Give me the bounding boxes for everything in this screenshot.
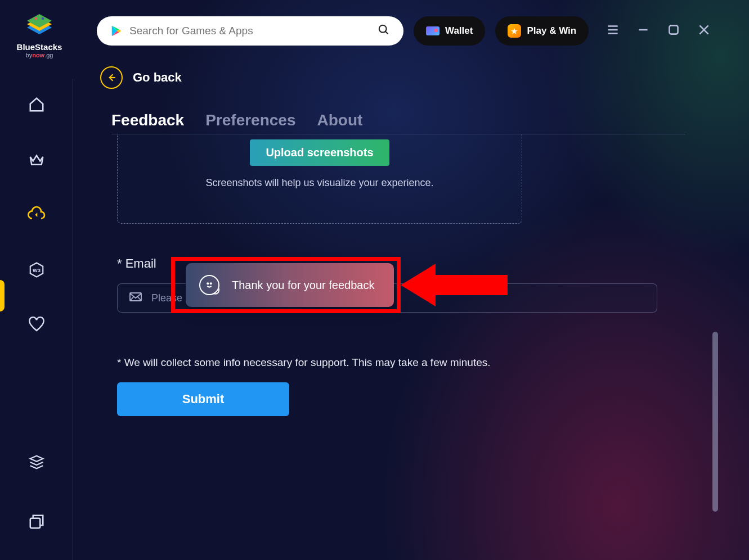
upload-dropzone[interactable]: Upload screenshots Screenshots will help… (117, 134, 522, 224)
tab-feedback[interactable]: Feedback (111, 111, 184, 129)
brand-name: BlueStacks (17, 42, 62, 52)
play-and-win-label: Play & Win (527, 25, 576, 37)
disclaimer-text: * We will collect some info necessary fo… (117, 356, 710, 369)
go-back-button[interactable]: Go back (100, 66, 710, 89)
close-icon[interactable] (697, 22, 711, 39)
svg-rect-16 (30, 518, 40, 529)
sidebar-item-web3[interactable]: W3 (26, 260, 47, 280)
bluestacks-logo-icon (25, 10, 54, 39)
arrow-left-icon (100, 66, 123, 89)
scrollbar[interactable] (712, 332, 718, 512)
search-icon[interactable] (378, 24, 390, 38)
upload-screenshots-button[interactable]: Upload screenshots (250, 139, 389, 166)
sidebar-item-library[interactable] (26, 452, 47, 472)
maximize-icon[interactable] (666, 22, 681, 39)
svg-text:W3: W3 (32, 268, 40, 273)
minimize-icon[interactable] (636, 22, 651, 39)
svg-line-6 (385, 31, 388, 34)
top-bar: BlueStacks bynow.gg Wallet ★ Play & Win (0, 0, 749, 62)
toast-message: Thank you for your feedback (232, 279, 374, 292)
sidebar-item-favorites[interactable] (26, 315, 47, 335)
play-and-win-button[interactable]: ★ Play & Win (495, 16, 589, 46)
submit-button[interactable]: Submit (117, 382, 289, 416)
go-back-label: Go back (133, 70, 182, 85)
sidebar-active-marker (0, 280, 5, 311)
smile-chat-icon (199, 275, 219, 295)
play-store-icon (110, 25, 123, 37)
tab-preferences[interactable]: Preferences (205, 111, 295, 129)
feedback-toast: Thank you for your feedback (186, 263, 394, 307)
sidebar-item-premium[interactable] (26, 150, 47, 170)
wallet-icon (426, 26, 439, 35)
wallet-button[interactable]: Wallet (414, 16, 485, 46)
search-input[interactable] (129, 25, 378, 37)
svg-point-20 (210, 283, 212, 284)
window-controls (606, 22, 711, 39)
sidebar-item-cloud[interactable] (26, 205, 47, 225)
envelope-icon (129, 290, 142, 306)
search-bar[interactable] (97, 16, 403, 46)
svg-point-4 (42, 17, 44, 20)
sidebar-item-home[interactable] (26, 94, 47, 115)
settings-tabs: Feedback Preferences About (111, 111, 685, 134)
svg-point-3 (35, 17, 38, 20)
sidebar-item-multi-instance[interactable] (26, 512, 47, 532)
main-content: Go back Feedback Preferences About Uploa… (100, 66, 710, 416)
svg-point-5 (379, 25, 387, 33)
upload-hint-text: Screenshots will help us visualize your … (205, 177, 433, 189)
sidebar: W3 (0, 79, 73, 560)
brand-logo-block[interactable]: BlueStacks bynow.gg (11, 10, 68, 58)
tab-about[interactable]: About (317, 111, 363, 129)
svg-point-19 (207, 283, 208, 284)
wallet-label: Wallet (445, 25, 473, 37)
menu-icon[interactable] (606, 22, 620, 39)
star-icon: ★ (508, 24, 521, 38)
svg-rect-11 (670, 25, 678, 34)
brand-subline: bynow.gg (26, 52, 53, 58)
